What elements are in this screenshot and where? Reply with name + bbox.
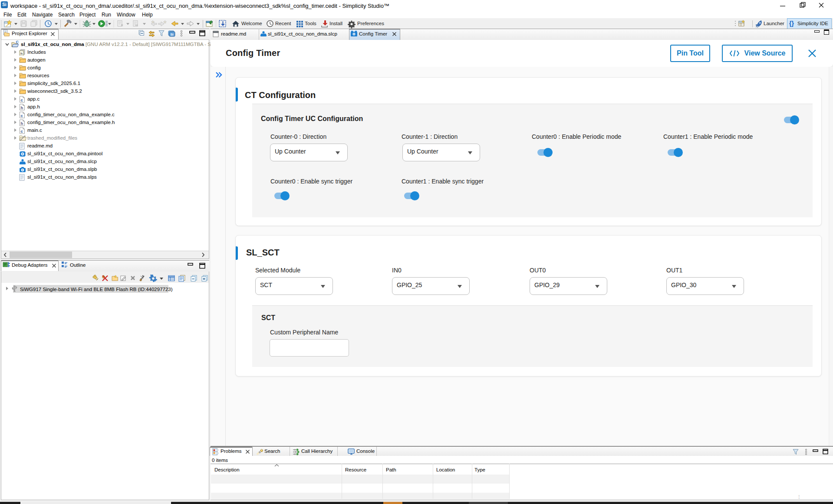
svg-text:c: c: [21, 113, 23, 118]
svg-text:C: C: [16, 40, 19, 44]
svg-text:c: c: [21, 98, 23, 102]
svg-text:Si: Si: [171, 33, 174, 36]
svg-text:c: c: [21, 129, 23, 134]
svg-text:h: h: [21, 105, 23, 110]
svg-text:h: h: [21, 121, 23, 126]
svg-text:h: h: [20, 52, 23, 56]
